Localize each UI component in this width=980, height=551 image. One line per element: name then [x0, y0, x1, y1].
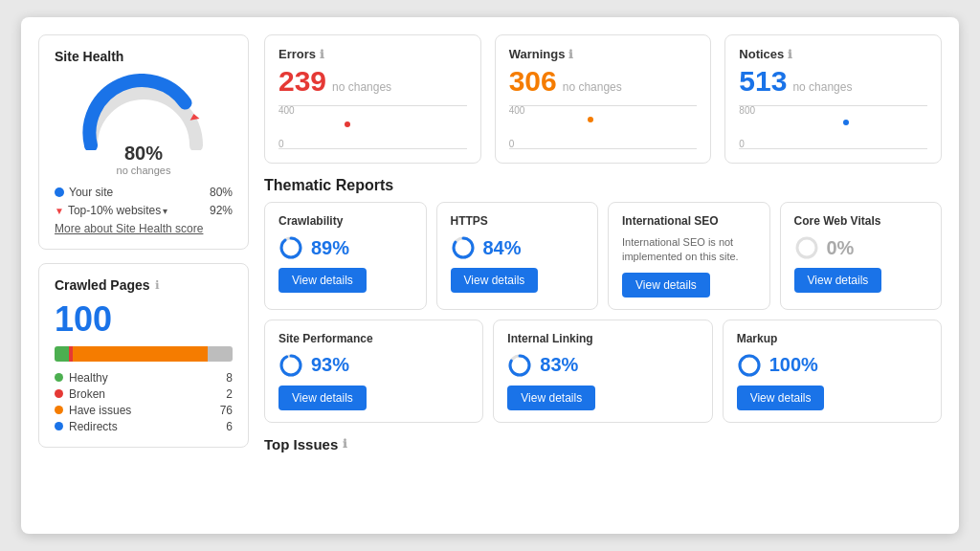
core-web-vitals-title: Core Web Vitals	[794, 214, 928, 228]
report-core-web-vitals: Core Web Vitals 0% View details	[780, 202, 943, 310]
notices-ymax: 800	[739, 105, 755, 116]
gauge-svg	[77, 74, 211, 150]
crawled-pages-title: Crawled Pages	[55, 277, 150, 293]
internal-linking-score-row: 83%	[507, 353, 698, 378]
left-panel: Site Health 80% no changes Your site	[38, 34, 249, 517]
errors-chart: 400 0	[278, 103, 467, 151]
notices-topline	[739, 105, 927, 106]
warnings-botline	[509, 148, 698, 149]
top-sites-dropdown-icon[interactable]: ▾	[163, 206, 167, 216]
notices-botline	[739, 148, 927, 149]
svg-point-7	[281, 356, 301, 375]
your-site-label: Your site	[69, 186, 113, 199]
report-site-performance: Site Performance 93% View details	[264, 320, 483, 423]
internal-linking-btn[interactable]: View details	[507, 386, 595, 410]
core-web-vitals-btn[interactable]: View details	[794, 268, 882, 293]
notices-nochange: no changes	[792, 80, 852, 94]
svg-point-2	[281, 238, 301, 257]
stat-notices: Notices ℹ 513 no changes 800 0	[724, 34, 942, 164]
label-redirects: Redirects	[69, 420, 118, 433]
gauge-container: 80% no changes	[55, 74, 233, 176]
legend-have-issues: Have issues 76	[55, 404, 233, 417]
warnings-nochange: no changes	[563, 80, 622, 94]
top-issues-info-icon: ℹ	[343, 437, 347, 451]
top-sites-value: 92%	[210, 204, 233, 217]
value-redirects: 6	[226, 420, 233, 433]
intl-seo-desc: International SEO is not implemented on …	[622, 235, 756, 265]
reports-row2: Site Performance 93% View details Intern…	[264, 320, 942, 423]
top-sites-triangle: ▼	[55, 206, 64, 216]
crawlability-title: Crawlability	[278, 214, 412, 228]
gauge-score: 80%	[124, 143, 163, 165]
crawlability-score-row: 89%	[278, 235, 412, 260]
errors-ymax: 400	[278, 105, 295, 116]
bar-issues	[73, 346, 208, 362]
site-performance-btn[interactable]: View details	[278, 386, 367, 410]
https-score: 84%	[483, 237, 522, 259]
your-site-dot	[55, 187, 64, 197]
dot-redirects	[55, 422, 63, 430]
crawled-pages-card: Crawled Pages ℹ 100 Healthy 8	[38, 263, 249, 448]
markup-title: Markup	[737, 332, 927, 345]
stat-notices-title: Notices ℹ	[739, 47, 927, 61]
your-site-value: 80%	[210, 186, 233, 199]
bar-healthy	[55, 346, 69, 362]
reports-row1: Crawlability 89% View details HTTPS	[264, 202, 942, 310]
value-broken: 2	[226, 387, 233, 401]
intl-seo-title: International SEO	[622, 214, 756, 228]
warnings-dot	[588, 117, 593, 122]
errors-topline	[278, 105, 467, 106]
notices-info-icon: ℹ	[788, 48, 792, 61]
warnings-info-icon: ℹ	[568, 48, 573, 61]
report-https: HTTPS 84% View details	[436, 202, 599, 310]
gauge-sublabel: no changes	[117, 165, 171, 176]
core-web-vitals-score: 0%	[827, 237, 855, 259]
errors-botline	[278, 148, 467, 149]
right-panel: Errors ℹ 239 no changes 400 0 Wa	[264, 34, 942, 517]
crawlability-btn[interactable]: View details	[278, 268, 367, 293]
dot-healthy	[55, 373, 63, 382]
warnings-number: 306	[509, 65, 557, 98]
site-performance-score: 93%	[311, 354, 349, 376]
report-intl-seo: International SEO International SEO is n…	[608, 202, 770, 310]
core-web-vitals-progress	[794, 235, 819, 260]
dot-have-issues	[55, 406, 63, 414]
dashboard: Site Health 80% no changes Your site	[21, 17, 959, 534]
warnings-chart: 400 0	[509, 103, 698, 151]
stat-warnings: Warnings ℹ 306 no changes 400 0	[495, 34, 712, 164]
site-health-title: Site Health	[55, 49, 233, 64]
your-site-legend: Your site 80%	[55, 186, 233, 199]
top-issues-section: Top Issues ℹ	[264, 436, 942, 452]
legend-healthy: Healthy 8	[55, 371, 233, 385]
markup-btn[interactable]: View details	[737, 386, 825, 410]
legend-redirects: Redirects 6	[55, 420, 233, 433]
errors-info-icon: ℹ	[320, 48, 324, 61]
errors-dot	[345, 121, 350, 127]
warnings-topline	[509, 105, 698, 106]
label-have-issues: Have issues	[69, 404, 131, 417]
label-healthy: Healthy	[69, 371, 108, 385]
more-link[interactable]: More about Site Health score	[55, 222, 233, 235]
https-progress	[451, 235, 476, 260]
label-broken: Broken	[69, 387, 105, 401]
https-btn[interactable]: View details	[451, 268, 539, 293]
value-have-issues: 76	[220, 404, 233, 417]
stat-errors-title: Errors ℹ	[278, 47, 467, 61]
crawlability-score: 89%	[311, 237, 349, 259]
notices-chart: 800 0	[739, 103, 927, 151]
svg-point-5	[797, 238, 816, 257]
site-performance-title: Site Performance	[278, 332, 469, 345]
markup-progress	[737, 353, 762, 378]
crawled-pages-bar	[55, 346, 233, 362]
notices-number: 513	[739, 65, 787, 98]
site-performance-score-row: 93%	[278, 353, 469, 378]
report-internal-linking: Internal Linking 83% View details	[493, 320, 712, 423]
thematic-reports-title: Thematic Reports	[264, 177, 942, 194]
site-performance-progress	[278, 353, 303, 378]
report-crawlability: Crawlability 89% View details	[264, 202, 427, 310]
markup-score: 100%	[769, 354, 818, 376]
https-title: HTTPS	[451, 214, 585, 228]
errors-nochange: no changes	[332, 80, 391, 94]
intl-seo-btn[interactable]: View details	[622, 273, 710, 298]
top-sites-label: Top-10% websites	[68, 204, 161, 217]
